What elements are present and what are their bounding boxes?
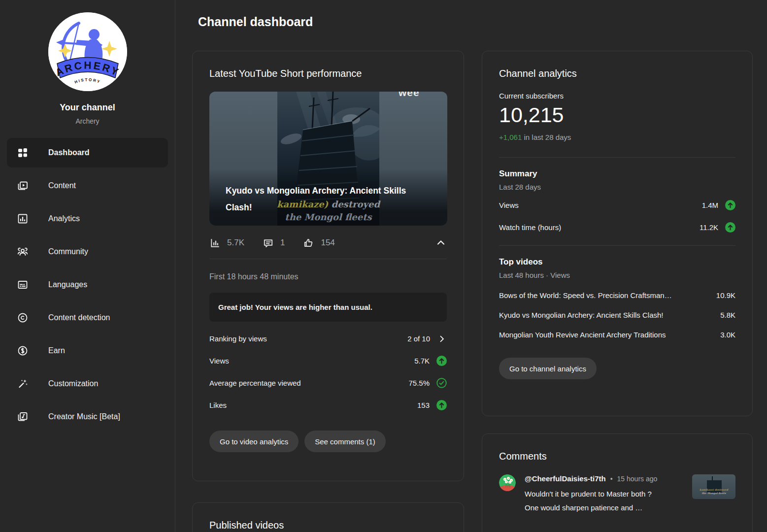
comment-item: @CheerfulDaisies-ti7th • 15 hours ago Wo…: [499, 474, 735, 515]
comments-title: Comments: [499, 451, 735, 462]
metric-value: 153: [417, 401, 430, 409]
magic-wand-icon: [17, 378, 29, 390]
comment-time: 15 hours ago: [617, 475, 658, 483]
sidebar-item-label: Customization: [48, 379, 98, 388]
views-bar-chart-icon: [209, 237, 221, 249]
current-subscribers-value: 10,215: [499, 103, 735, 127]
sidebar-item-label: Dashboard: [48, 148, 90, 157]
short-card-title: Latest YouTube Short performance: [209, 68, 447, 79]
analytics-divider: [499, 157, 735, 158]
comment-text: Wouldn't it be prudent to Master both ? …: [525, 487, 683, 515]
summary-row-label: Views: [499, 201, 702, 209]
comment-video-thumbnail[interactable]: kamikaze) destroyed the Mongol fleets: [692, 474, 735, 499]
sidebar-item-content[interactable]: Content: [7, 171, 168, 200]
thumbnail-top-text-fragment: wee: [399, 92, 420, 99]
sidebar-item-earn[interactable]: Earn: [7, 336, 168, 366]
sidebar-item-label: Languages: [48, 280, 87, 289]
sidebar-menu: Dashboard Content Analytics Community: [0, 138, 175, 432]
mini-caption-line1: kamikaze) destroyed: [692, 488, 735, 492]
analytics-icon: [17, 213, 29, 225]
summary-row-value: 1.4M: [702, 201, 718, 209]
short-metrics: Ranking by views 2 of 10 Views 5.7K Aver…: [209, 328, 447, 416]
top-videos-title: Top videos: [499, 257, 735, 267]
commenter-avatar[interactable]: [499, 474, 516, 491]
metric-value: 5.7K: [414, 357, 430, 365]
chevron-up-icon: [435, 237, 447, 249]
summary-rows: Views 1.4M Watch time (hours) 11.2K: [499, 194, 735, 238]
comment-text-line1: Wouldn't it be prudent to Master both ?: [525, 487, 683, 501]
see-comments-button[interactable]: See comments (1): [304, 431, 386, 452]
sidebar-item-dashboard[interactable]: Dashboard: [7, 138, 168, 167]
sidebar: ARCHERY HISTORY Your channel Archery Das…: [0, 0, 175, 532]
daisies-avatar-icon: [499, 474, 516, 491]
top-video-row[interactable]: Kyudo vs Mongolian Archery: Ancient Skil…: [499, 305, 735, 325]
top-videos-subtitle: Last 48 hours · Views: [499, 271, 735, 279]
summary-row-value: 11.2K: [700, 223, 718, 232]
thumbs-up-icon: [303, 237, 314, 249]
likes-stat-value: 154: [321, 238, 334, 248]
top-videos-list: Bows of the World: Speed vs. Precision C…: [499, 285, 735, 344]
first-period-label: First 18 hours 48 minutes: [209, 272, 447, 281]
go-to-channel-analytics-button[interactable]: Go to channel analytics: [499, 358, 597, 379]
languages-icon: [17, 279, 29, 291]
top-video-row[interactable]: Mongolian Youth Revive Ancient Archery T…: [499, 325, 735, 344]
mini-caption-line2: the Mongol fleets: [692, 492, 735, 495]
content-icon: [17, 180, 29, 192]
stats-divider: [209, 259, 447, 259]
sidebar-item-customization[interactable]: Customization: [7, 369, 168, 399]
comment-bubble-icon: [263, 237, 274, 249]
summary-title: Summary: [499, 169, 735, 179]
collapse-section-button[interactable]: [435, 237, 447, 249]
top-video-title: Bows of the World: Speed vs. Precision C…: [499, 291, 707, 299]
channel-avatar: ARCHERY HISTORY: [48, 12, 127, 91]
comments-card: Comments @CheerfulDaisies-ti7th: [482, 433, 753, 532]
top-video-views: 3.0K: [720, 331, 735, 339]
page-title: Channel dashboard: [198, 15, 313, 29]
subscribers-delta-suffix: in last 28 days: [522, 133, 571, 141]
channel-analytics-card: Channel analytics Current subscribers 10…: [482, 51, 753, 416]
current-subscribers-label: Current subscribers: [499, 92, 735, 100]
top-video-views: 5.8K: [720, 311, 735, 319]
short-stats-row: 5.7K 1 154: [209, 237, 447, 249]
metric-label: Views: [209, 357, 414, 365]
summary-row-watch-time: Watch time (hours) 11.2K: [499, 216, 735, 238]
sidebar-item-label: Content detection: [48, 313, 110, 322]
summary-row-label: Watch time (hours): [499, 223, 700, 232]
sidebar-item-content-detection[interactable]: Content detection: [7, 303, 168, 332]
sidebar-item-analytics[interactable]: Analytics: [7, 204, 168, 233]
comment-author[interactable]: @CheerfulDaisies-ti7th: [525, 474, 606, 483]
sidebar-item-creator-music[interactable]: Creator Music [Beta]: [7, 402, 168, 432]
subscribers-delta: +1,061 in last 28 days: [499, 133, 735, 141]
top-video-views: 10.9K: [716, 291, 735, 299]
sidebar-item-community[interactable]: Community: [7, 237, 168, 266]
channel-name: Archery: [0, 117, 175, 125]
top-video-row[interactable]: Bows of the World: Speed vs. Precision C…: [499, 285, 735, 305]
sidebar-item-label: Earn: [48, 346, 65, 355]
comment-body: @CheerfulDaisies-ti7th • 15 hours ago Wo…: [525, 474, 683, 515]
community-icon: [17, 246, 29, 258]
sidebar-item-label: Analytics: [48, 214, 80, 223]
short-thumbnail[interactable]: wee kamikaze) destroyed the Mongol fleet…: [209, 92, 447, 226]
your-channel-label: Your channel: [0, 102, 175, 113]
published-videos-card: Published videos: [192, 502, 464, 532]
sidebar-item-languages[interactable]: Languages: [7, 270, 168, 299]
likes-stat: 154: [303, 237, 334, 249]
sidebar-item-label: Creator Music [Beta]: [48, 412, 120, 421]
short-card-buttons: Go to video analytics See comments (1): [209, 431, 447, 452]
comment-time-dot: •: [610, 475, 613, 483]
views-stat-value: 5.7K: [227, 238, 244, 248]
mini-thumbnail-caption: kamikaze) destroyed the Mongol fleets: [692, 488, 735, 495]
trend-up-badge-icon: [436, 400, 447, 410]
chevron-right-icon: [437, 334, 447, 344]
subscribers-delta-value: +1,061: [499, 133, 522, 141]
comment-header: @CheerfulDaisies-ti7th • 15 hours ago: [525, 474, 683, 483]
sidebar-item-label: Community: [48, 247, 88, 256]
archery-logo: ARCHERY HISTORY: [48, 12, 127, 91]
metric-value: 2 of 10: [407, 334, 430, 343]
check-circle-badge-icon: [436, 378, 447, 388]
go-to-video-analytics-button[interactable]: Go to video analytics: [209, 431, 299, 452]
metric-row-likes: Likes 153: [209, 394, 447, 416]
metric-row-ranking[interactable]: Ranking by views 2 of 10: [209, 328, 447, 350]
dashboard-icon: [17, 147, 29, 159]
copyright-icon: [17, 312, 29, 324]
